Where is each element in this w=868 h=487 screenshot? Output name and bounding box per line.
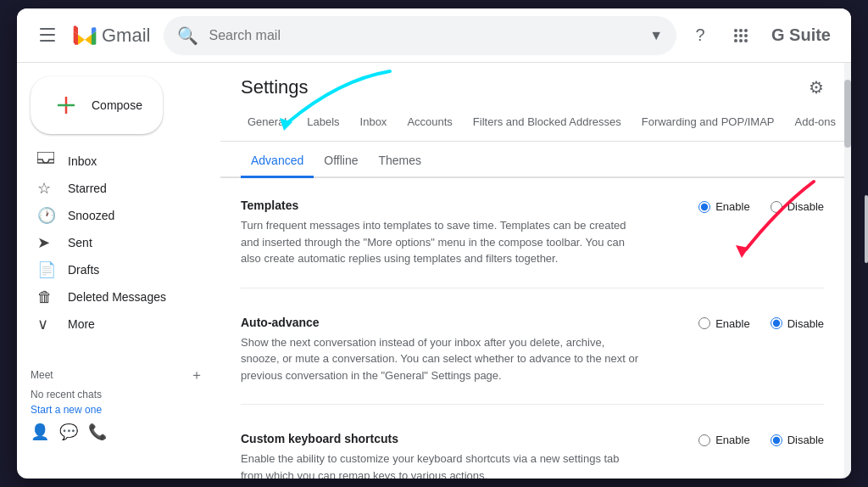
templates-enable-label: Enable (715, 200, 749, 213)
content-scrollbar-track[interactable] (844, 63, 851, 479)
tab-forwarding[interactable]: Forwarding and POP/IMAP (635, 105, 782, 141)
autoadvance-controls: Enable Disable (654, 316, 824, 330)
tab-advanced[interactable]: Advanced (241, 145, 314, 178)
svg-rect-2 (40, 40, 55, 42)
svg-rect-16 (37, 152, 54, 163)
start-new-chat-link[interactable]: Start a new one (31, 404, 207, 416)
svg-point-6 (734, 34, 737, 37)
compose-label: Compose (92, 98, 142, 112)
secondary-tabs: Advanced Offline Themes (220, 145, 844, 178)
keyboard-info: Custom keyboard shortcuts Enable the abi… (241, 432, 641, 479)
content-scrollbar-thumb[interactable] (844, 80, 851, 148)
sidebar-item-starred[interactable]: ☆ Starred (17, 175, 207, 202)
sidebar-item-deleted[interactable]: 🗑 Deleted Messages (17, 283, 207, 311)
autoadvance-enable-option[interactable]: Enable (698, 317, 749, 330)
settings-title: Settings (241, 76, 309, 98)
svg-point-4 (739, 29, 743, 32)
new-chat-icon[interactable]: ＋ (186, 365, 207, 385)
section-autoadvance: Auto-advance Show the next conversation … (241, 316, 824, 406)
keyboard-enable-radio[interactable] (698, 434, 710, 446)
app-title: Gmail (102, 25, 150, 47)
templates-disable-label: Disable (787, 200, 824, 213)
sidebar-item-snoozed[interactable]: 🕐 Snoozed (17, 202, 207, 229)
svg-point-8 (744, 34, 748, 37)
templates-enable-radio[interactable] (698, 201, 710, 213)
sidebar-label-sent: Sent (68, 236, 92, 249)
search-dropdown-icon[interactable]: ▼ (649, 28, 663, 43)
sidebar-item-inbox[interactable]: Inbox (17, 148, 207, 175)
gsuite-badge: G Suite (765, 22, 837, 48)
tab-inbox[interactable]: Inbox (353, 105, 394, 141)
search-bar[interactable]: 🔍 ▼ (164, 16, 676, 55)
keyboard-disable-radio[interactable] (771, 434, 782, 446)
section-templates: Templates Turn frequent messages into te… (241, 199, 824, 288)
keyboard-name: Custom keyboard shortcuts (241, 432, 641, 445)
chat-bubble-icon[interactable]: 💬 (59, 423, 78, 441)
autoadvance-disable-option[interactable]: Disable (771, 317, 824, 330)
keyboard-row: Custom keyboard shortcuts Enable the abi… (241, 432, 824, 479)
deleted-icon: 🗑 (37, 288, 54, 306)
help-icon[interactable]: ? (683, 19, 717, 53)
tab-labels[interactable]: Labels (300, 105, 346, 141)
sidebar: Compose Inbox ☆ Starred 🕐 Snoozed (17, 63, 220, 479)
keyboard-enable-option[interactable]: Enable (698, 434, 749, 446)
compose-button[interactable]: Compose (31, 76, 163, 134)
keyboard-disable-option[interactable]: Disable (771, 434, 824, 446)
svg-point-11 (744, 39, 748, 42)
chat-action-icons: 👤 💬 📞 (31, 423, 207, 441)
keyboard-enable-label: Enable (715, 434, 749, 446)
primary-tabs: General Labels Inbox Accounts Filters an… (220, 105, 844, 142)
header-actions: ? G Suite (683, 19, 837, 53)
sidebar-label-inbox: Inbox (68, 154, 97, 168)
drafts-icon: 📄 (37, 260, 54, 279)
settings-gear-icon[interactable]: ⚙ (809, 77, 824, 98)
tab-themes[interactable]: Themes (369, 145, 432, 178)
main-layout: Compose Inbox ☆ Starred 🕐 Snoozed (17, 63, 851, 479)
sidebar-item-sent[interactable]: ➤ Sent (17, 229, 207, 256)
sidebar-label-drafts: Drafts (68, 263, 99, 277)
sidebar-label-deleted: Deleted Messages (68, 290, 166, 304)
sidebar-item-more[interactable]: ∨ More (17, 311, 207, 338)
templates-controls: Enable Disable (654, 199, 824, 213)
keyboard-disable-label: Disable (787, 434, 824, 446)
apps-icon[interactable] (724, 19, 758, 53)
tab-general[interactable]: General (241, 105, 293, 141)
inbox-icon (37, 152, 54, 171)
svg-point-10 (739, 39, 743, 42)
search-icon: 🔍 (177, 25, 198, 46)
sidebar-item-drafts[interactable]: 📄 Drafts (17, 256, 207, 283)
svg-rect-0 (40, 28, 55, 30)
svg-point-3 (734, 29, 737, 32)
svg-rect-1 (40, 34, 55, 36)
starred-icon: ☆ (37, 179, 54, 198)
tab-filters[interactable]: Filters and Blocked Addresses (466, 105, 628, 141)
templates-disable-radio[interactable] (771, 201, 782, 213)
tab-offline[interactable]: Offline (314, 145, 368, 178)
tab-addons[interactable]: Add-ons (788, 105, 843, 141)
section-keyboard: Custom keyboard shortcuts Enable the abi… (241, 432, 824, 479)
contacts-icon[interactable]: 👤 (31, 423, 49, 441)
autoadvance-name: Auto-advance (241, 316, 641, 329)
search-input[interactable] (209, 28, 639, 43)
header: Gmail 🔍 ▼ ? G Suite (17, 8, 851, 63)
keyboard-desc: Enable the ability to customize your key… (241, 451, 641, 479)
phone-icon[interactable]: 📞 (88, 423, 107, 441)
svg-point-9 (734, 39, 737, 42)
tab-accounts[interactable]: Accounts (400, 105, 459, 141)
templates-disable-option[interactable]: Disable (771, 200, 824, 213)
templates-desc: Turn frequent messages into templates to… (241, 217, 641, 267)
sidebar-label-more: More (68, 317, 95, 331)
autoadvance-disable-radio[interactable] (771, 317, 782, 329)
compose-plus-icon (51, 90, 81, 120)
autoadvance-enable-radio[interactable] (698, 317, 710, 329)
sidebar-label-snoozed: Snoozed (68, 209, 114, 222)
meet-label: Meet (31, 369, 53, 381)
templates-enable-option[interactable]: Enable (698, 200, 749, 213)
autoadvance-info: Auto-advance Show the next conversation … (241, 316, 641, 384)
autoadvance-disable-label: Disable (787, 317, 824, 330)
snoozed-icon: 🕐 (37, 206, 54, 225)
app-window: Gmail 🔍 ▼ ? G Suite (17, 8, 851, 479)
svg-point-7 (739, 34, 743, 37)
sidebar-label-starred: Starred (68, 182, 107, 195)
menu-icon[interactable] (31, 19, 64, 53)
